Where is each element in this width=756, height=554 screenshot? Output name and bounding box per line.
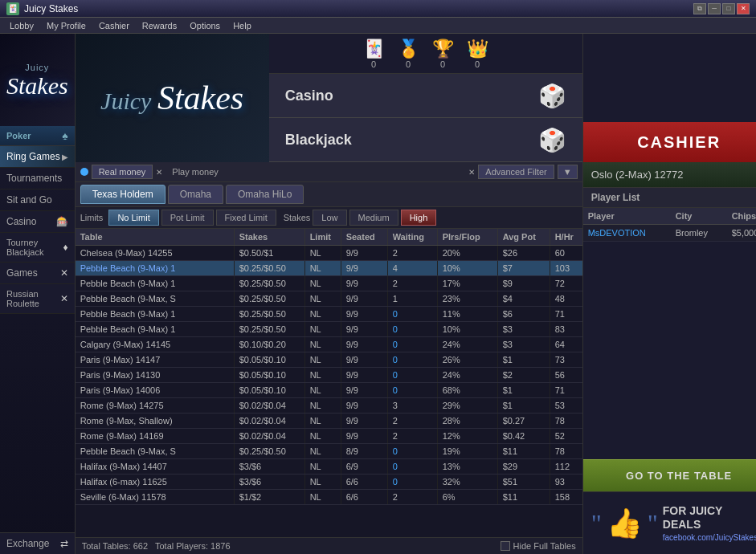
- td-stakes: $0.25/$0.50: [235, 307, 305, 321]
- td-limit: NL: [305, 429, 341, 443]
- sidebar-item-sit-and-go[interactable]: Sit and Go: [0, 189, 75, 211]
- blackjack-button[interactable]: Blackjack 🎲: [269, 118, 582, 162]
- filter-bar: Real money ✕ Play money ✕ Advanced Filte…: [76, 162, 582, 182]
- td-avg-pot: $1: [498, 352, 550, 367]
- cashier-button[interactable]: CASHIER: [582, 122, 756, 162]
- filter-dropdown[interactable]: ▼: [558, 165, 578, 179]
- sidebar-section-poker: Poker ♠: [0, 126, 75, 146]
- table-row[interactable]: Seville (6-Max) 11578 $1/$2 NL 6/6 2 6% …: [76, 490, 582, 505]
- menu-cashier[interactable]: Cashier: [92, 18, 136, 33]
- go-to-table-button[interactable]: GO TO THE TABLE: [583, 459, 756, 491]
- th-avg-pot: Avg Pot: [498, 229, 550, 245]
- real-money-tab[interactable]: Real money: [92, 165, 153, 179]
- medium-stake-tab[interactable]: Medium: [349, 210, 398, 226]
- player-row[interactable]: MsDEVOTION Bromley $5,000: [583, 225, 756, 242]
- advanced-filter-close[interactable]: ✕: [468, 168, 475, 177]
- hide-full-tables[interactable]: Hide Full Tables: [501, 541, 576, 551]
- table-row[interactable]: Rome (9-Max, Shallow) $0.02/$0.04 NL 9/9…: [76, 413, 582, 429]
- table-row[interactable]: Halifax (6-max) 11625 $3/$6 NL 6/6 0 32%…: [76, 475, 582, 490]
- menu-options[interactable]: Options: [183, 18, 227, 33]
- sidebar-section-tourney-bj[interactable]: Tourney Blackjack ♦: [0, 233, 75, 263]
- no-limit-tab[interactable]: No Limit: [108, 210, 158, 226]
- sidebar-section-roulette[interactable]: Russian Roulette ✕: [0, 284, 75, 314]
- right-panel: Oslo (2-Max) 12772 Player List Player Ci…: [582, 162, 756, 554]
- table-row[interactable]: Rome (9-Max) 14169 $0.02/$0.04 NL 9/9 2 …: [76, 429, 582, 444]
- table-footer: Total Tables: 662 Total Players: 1876 Hi…: [76, 537, 582, 554]
- td-hhr: 83: [550, 322, 582, 336]
- td-waiting: 2: [388, 413, 438, 428]
- ring-games-chevron: ▶: [62, 153, 68, 161]
- game-tabs: Texas Holdem Omaha Omaha HiLo: [76, 182, 582, 207]
- table-row[interactable]: Pebble Beach (9-Max) 1 $0.25/$0.50 NL 9/…: [76, 322, 582, 337]
- app-icon: 🃏: [6, 2, 19, 15]
- low-stake-tab[interactable]: Low: [313, 210, 346, 226]
- menu-lobby[interactable]: Lobby: [3, 18, 40, 33]
- sidebar-games-label: Games: [6, 267, 38, 279]
- td-seated: 9/9: [341, 337, 388, 352]
- sidebar-section-games[interactable]: Games ✕: [0, 263, 75, 284]
- table-header: Table Stakes Limit Seated Waiting Plrs/F…: [76, 229, 582, 246]
- high-stake-tab[interactable]: High: [401, 210, 437, 226]
- table-row[interactable]: Paris (9-Max) 14130 $0.05/$0.10 NL 9/9 0…: [76, 368, 582, 383]
- sidebar-section-casino[interactable]: Casino 🎰: [0, 211, 75, 233]
- td-limit: NL: [305, 475, 341, 489]
- table-row[interactable]: Pebble Beach (9-Max) 1 $0.25/$0.50 NL 9/…: [76, 307, 582, 322]
- td-limit: NL: [305, 413, 341, 428]
- ph-chips: Chips: [727, 208, 756, 224]
- tab-omaha-hilo[interactable]: Omaha HiLo: [226, 185, 304, 204]
- quote-close-icon: ": [648, 511, 658, 536]
- table-row[interactable]: Halifax (9-Max) 14407 $3/$6 NL 6/9 0 13%…: [76, 459, 582, 475]
- logo-area: Juicy Stakes: [0, 34, 75, 126]
- td-seated: 9/9: [341, 398, 388, 413]
- td-limit: NL: [305, 490, 341, 504]
- menu-help[interactable]: Help: [227, 18, 258, 33]
- table-row[interactable]: Pebble Beach (9-Max, S $0.25/$0.50 NL 8/…: [76, 444, 582, 459]
- td-stakes: $0.25/$0.50: [235, 261, 305, 275]
- play-money-close[interactable]: ✕: [156, 168, 162, 177]
- minimize-btn[interactable]: ─: [708, 3, 721, 14]
- tab-omaha[interactable]: Omaha: [168, 185, 223, 204]
- td-waiting: 2: [388, 429, 438, 443]
- td-name: Pebble Beach (9-Max, S: [76, 291, 235, 306]
- table-row[interactable]: Pebble Beach (9-Max, S $0.25/$0.50 NL 9/…: [76, 291, 582, 307]
- td-avg-pot: $4: [498, 291, 550, 306]
- table-row[interactable]: Calgary (9-Max) 14145 $0.10/$0.20 NL 9/9…: [76, 337, 582, 352]
- restore-btn[interactable]: ⧉: [693, 3, 706, 14]
- td-plrs-flop: 29%: [438, 398, 498, 413]
- advanced-filter-btn[interactable]: Advanced Filter: [478, 165, 554, 179]
- logo-juicy: Juicy: [6, 63, 68, 72]
- table-row[interactable]: Paris (9-Max) 14147 $0.05/$0.10 NL 9/9 0…: [76, 352, 582, 368]
- td-hhr: 56: [550, 368, 582, 382]
- table-row[interactable]: Paris (9-Max) 14006 $0.05/$0.10 NL 9/9 0…: [76, 383, 582, 398]
- stakes-label: Stakes: [284, 213, 311, 222]
- td-hhr: 93: [550, 475, 582, 489]
- ph-city: City: [671, 208, 727, 224]
- tab-texas-holdem[interactable]: Texas Holdem: [80, 185, 166, 204]
- td-stakes: $0.05/$0.10: [235, 383, 305, 397]
- casino-button[interactable]: Casino 🎲: [269, 74, 582, 118]
- maximize-btn[interactable]: □: [722, 3, 735, 14]
- menu-myprofile[interactable]: My Profile: [40, 18, 92, 33]
- sidebar-item-ring-games[interactable]: Ring Games ▶: [0, 146, 75, 168]
- td-name: Rome (9-Max, Shallow): [76, 413, 235, 428]
- table-row[interactable]: Pebble Beach (9-Max) 1 $0.25/$0.50 NL 9/…: [76, 276, 582, 291]
- play-money-tab[interactable]: Play money: [166, 165, 224, 178]
- close-btn[interactable]: ✕: [737, 3, 750, 14]
- td-limit: NL: [305, 261, 341, 275]
- sidebar-exchange[interactable]: Exchange ⇄: [0, 532, 75, 554]
- table-row[interactable]: Pebble Beach (9-Max) 1 $0.25/$0.50 NL 9/…: [76, 261, 582, 276]
- td-avg-pot: $0.27: [498, 413, 550, 428]
- table-row[interactable]: Rome (9-Max) 14275 $0.02/$0.04 NL 9/9 3 …: [76, 398, 582, 413]
- td-plrs-flop: 23%: [438, 291, 498, 306]
- td-avg-pot: $1: [498, 383, 550, 397]
- td-avg-pot: $0.42: [498, 429, 550, 443]
- sidebar-item-tournaments[interactable]: Tournaments: [0, 168, 75, 189]
- pot-limit-tab[interactable]: Pot Limit: [161, 210, 214, 226]
- chips-value: 0: [406, 59, 411, 69]
- fixed-limit-tab[interactable]: Fixed Limit: [216, 210, 276, 226]
- cashier-empty-top: [582, 34, 756, 122]
- table-row[interactable]: Chelsea (9-Max) 14255 $0.50/$1 NL 9/9 2 …: [76, 246, 582, 261]
- td-hhr: 78: [550, 444, 582, 458]
- menu-rewards[interactable]: Rewards: [136, 18, 183, 33]
- stat-cards: 🃏 0: [363, 39, 385, 69]
